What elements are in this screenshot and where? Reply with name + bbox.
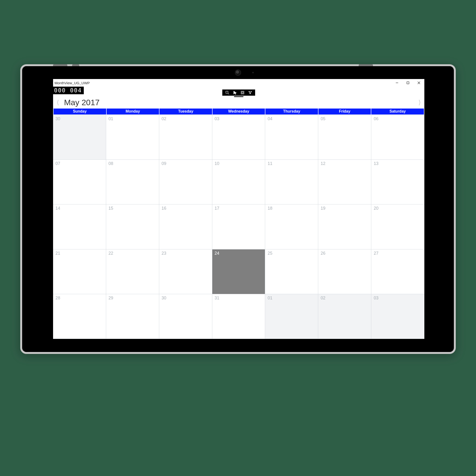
- tool-select-icon[interactable]: [225, 90, 229, 95]
- calendar-cell[interactable]: 11: [265, 160, 318, 204]
- device-sensor: [252, 72, 254, 73]
- calendar-cell-today[interactable]: 24: [212, 249, 265, 294]
- day-number: 05: [321, 116, 325, 121]
- day-number: 08: [108, 161, 113, 166]
- tool-tree-icon[interactable]: [248, 90, 252, 95]
- day-number: 11: [268, 161, 272, 166]
- calendar-grid: 3001020304050607080910111213141516171819…: [53, 115, 424, 339]
- weekday-header: Sunday: [53, 108, 106, 115]
- day-number: 13: [374, 161, 378, 166]
- svg-rect-1: [407, 82, 409, 84]
- app-window: MonthView_UG_UWP 000 004: [53, 79, 424, 339]
- day-number: 30: [162, 296, 166, 300]
- counter-right: 004: [70, 87, 82, 94]
- day-number: 20: [374, 206, 378, 211]
- weekday-header: Wednesday: [213, 108, 265, 115]
- calendar-cell[interactable]: 30: [159, 294, 212, 339]
- calendar-cell-out[interactable]: 30: [53, 115, 106, 160]
- day-number: 03: [374, 296, 378, 300]
- window-maximize-button[interactable]: [403, 79, 413, 87]
- calendar-cell[interactable]: 18: [265, 204, 318, 249]
- day-number: 18: [268, 206, 272, 211]
- calendar-cell[interactable]: 04: [265, 115, 318, 160]
- calendar-cell[interactable]: 01: [106, 115, 159, 160]
- weekday-header: Friday: [319, 108, 371, 115]
- calendar-cell[interactable]: 16: [159, 204, 212, 249]
- calendar-cell[interactable]: 29: [106, 294, 159, 339]
- frame-counter-overlay: 000 004: [53, 87, 84, 94]
- calendar-cell[interactable]: 31: [212, 294, 265, 339]
- day-number: 01: [268, 296, 272, 300]
- calendar-cell-out[interactable]: 02: [318, 294, 371, 339]
- calendar-cell[interactable]: 28: [53, 294, 106, 339]
- day-number: 31: [215, 296, 220, 300]
- day-number: 26: [321, 251, 325, 255]
- calendar-cell[interactable]: 26: [318, 249, 371, 294]
- calendar-cell[interactable]: 21: [53, 249, 106, 294]
- day-number: 17: [215, 206, 220, 211]
- calendar-cell[interactable]: 15: [106, 204, 159, 249]
- calendar-cell[interactable]: 09: [159, 160, 212, 204]
- day-number: 24: [215, 251, 220, 255]
- day-number: 23: [162, 251, 166, 255]
- day-number: 15: [108, 206, 113, 211]
- day-number: 22: [108, 251, 113, 255]
- device-edge-notch: [72, 64, 79, 66]
- window-minimize-button[interactable]: [391, 79, 403, 87]
- calendar-cell[interactable]: 20: [371, 204, 424, 249]
- calendar-cell[interactable]: 12: [318, 160, 371, 204]
- next-month-button[interactable]: ⟩: [416, 98, 424, 107]
- weekday-header: Thursday: [265, 108, 318, 115]
- dev-toolbar-handle[interactable]: [234, 96, 243, 97]
- window-controls: [391, 79, 424, 87]
- day-number: 28: [55, 296, 60, 300]
- svg-rect-6: [242, 92, 243, 93]
- day-number: 02: [162, 116, 166, 121]
- svg-rect-5: [241, 91, 244, 94]
- month-title[interactable]: May 2017: [64, 98, 100, 107]
- day-number: 03: [215, 116, 220, 121]
- window-close-button[interactable]: [413, 79, 424, 87]
- day-number: 02: [321, 296, 325, 300]
- calendar-cell[interactable]: 25: [265, 249, 318, 294]
- calendar-cell[interactable]: 10: [212, 160, 265, 204]
- day-number: 04: [268, 116, 272, 121]
- calendar-cell[interactable]: 17: [212, 204, 265, 249]
- device-edge-notch: [53, 64, 67, 66]
- window-title: MonthView_UG_UWP: [54, 81, 90, 85]
- day-number: 01: [108, 116, 113, 121]
- day-number: 06: [374, 116, 378, 121]
- tool-layout-icon[interactable]: [240, 90, 245, 95]
- weekday-header: Saturday: [371, 108, 424, 115]
- weekday-header: Monday: [107, 108, 159, 115]
- calendar-cell[interactable]: 13: [371, 160, 424, 204]
- calendar-cell[interactable]: 22: [106, 249, 159, 294]
- day-number: 19: [321, 206, 325, 211]
- day-number: 14: [55, 206, 60, 211]
- calendar-cell[interactable]: 07: [53, 160, 106, 204]
- day-number: 29: [108, 296, 113, 300]
- dev-toolbar[interactable]: [222, 89, 255, 96]
- window-titlebar: MonthView_UG_UWP: [53, 79, 424, 87]
- day-number: 10: [215, 161, 220, 166]
- calendar-cell-out[interactable]: 01: [265, 294, 318, 339]
- calendar-cell[interactable]: 03: [212, 115, 265, 160]
- calendar-cell[interactable]: 27: [371, 249, 424, 294]
- calendar-cell[interactable]: 06: [371, 115, 424, 160]
- calendar-cell[interactable]: 08: [106, 160, 159, 204]
- calendar-cell[interactable]: 19: [318, 204, 371, 249]
- calendar-cell-out[interactable]: 03: [371, 294, 424, 339]
- prev-month-button[interactable]: ⟨: [54, 98, 62, 107]
- svg-rect-4: [226, 91, 228, 93]
- device-camera: [235, 69, 241, 76]
- calendar-cell[interactable]: 23: [159, 249, 212, 294]
- calendar-cell[interactable]: 02: [159, 115, 212, 160]
- weekday-header: Tuesday: [159, 108, 212, 115]
- day-number: 09: [162, 161, 166, 166]
- device-edge-notch: [359, 64, 373, 66]
- calendar-cell[interactable]: 05: [318, 115, 371, 160]
- counter-left: 000: [54, 87, 66, 94]
- calendar-cell[interactable]: 14: [53, 204, 106, 249]
- day-number: 30: [55, 116, 60, 121]
- tool-cursor-icon[interactable]: [233, 90, 237, 95]
